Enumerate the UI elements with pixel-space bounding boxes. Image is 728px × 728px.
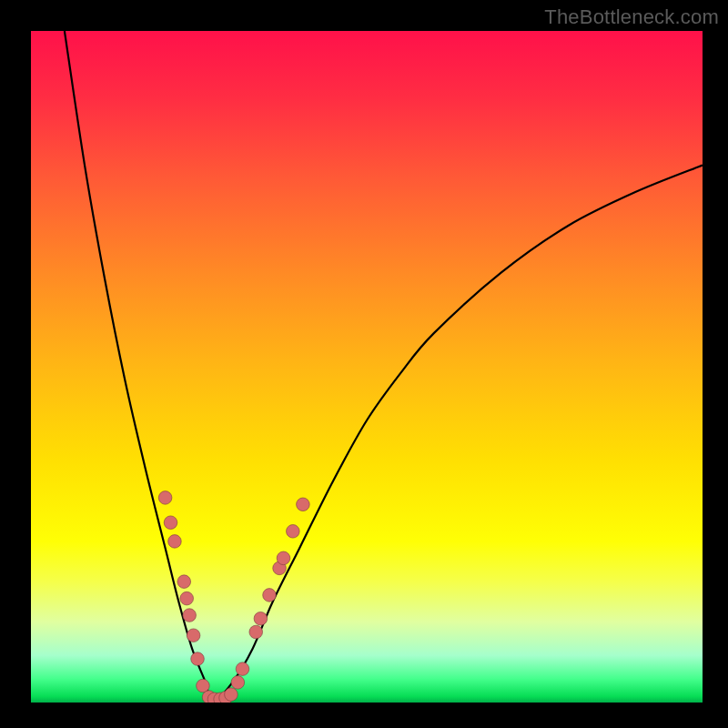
scatter-dots [158,491,309,703]
plot-area [31,31,703,703]
scatter-dot [297,498,310,511]
bottleneck-curve [65,31,703,703]
scatter-dot [191,652,205,666]
bottleneck-curve-path [65,31,703,703]
scatter-dot [231,676,245,690]
scatter-dot [187,629,200,642]
scatter-dot [164,516,177,530]
scatter-dot [254,612,268,625]
chart-frame: TheBottleneck.com [0,0,728,728]
watermark-label: TheBottleneck.com [544,5,719,29]
scatter-dot [168,535,182,549]
scatter-dot [183,609,197,622]
scatter-dot [177,575,191,589]
chart-svg [31,31,703,703]
scatter-dot [158,491,172,505]
scatter-dot [180,592,194,605]
scatter-dot [249,625,263,639]
scatter-dot [236,662,249,676]
scatter-dot [277,551,290,565]
scatter-dot [225,688,238,702]
scatter-dot [263,589,277,602]
scatter-dot [287,525,300,539]
